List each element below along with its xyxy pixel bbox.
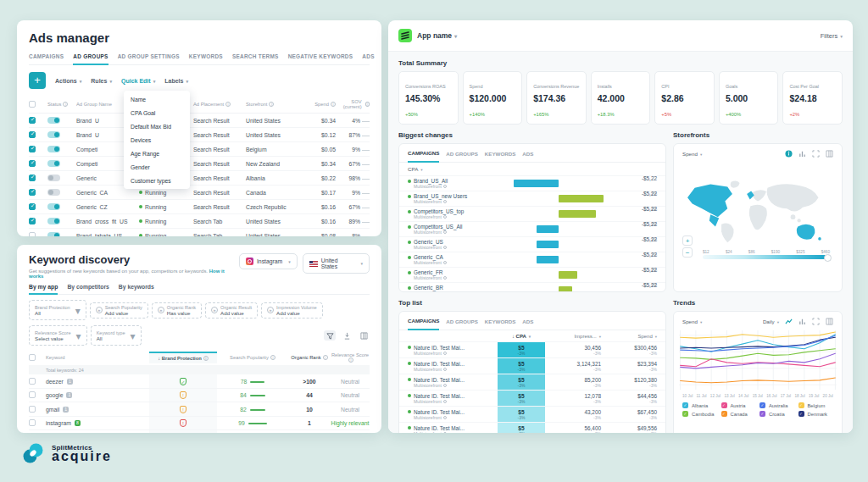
fullscreen-icon[interactable] — [812, 150, 820, 158]
status-toggle[interactable] — [47, 232, 60, 237]
status-toggle[interactable] — [47, 160, 60, 167]
legend-gradient-bar[interactable] — [703, 255, 830, 259]
ads-table-row[interactable]: Brand_tabata_US Running Search Tab Unite… — [29, 229, 370, 236]
legend-item[interactable]: Australia — [760, 402, 795, 408]
row-checkbox[interactable] — [29, 189, 36, 196]
keyword-table-row[interactable]: instagram8 99 1 Highly relevant — [29, 417, 370, 431]
impressions-column-header[interactable]: Impress... — [545, 334, 601, 339]
quick-edit-button[interactable]: Quick Edit — [121, 78, 155, 84]
info-icon[interactable] — [785, 150, 793, 158]
metric-select[interactable]: CPA — [408, 166, 423, 172]
status-toggle[interactable] — [47, 175, 60, 181]
ad-group-name[interactable]: Generic_CZ — [76, 204, 139, 210]
bar-chart-icon[interactable] — [798, 150, 806, 158]
keyword-discovery-tab[interactable]: By keywords — [119, 284, 154, 294]
add-button[interactable] — [29, 72, 46, 89]
quick-edit-menu-item[interactable]: Gender — [124, 160, 190, 174]
legend-item[interactable]: Denmark — [798, 411, 834, 417]
ads-table-row[interactable]: Generic_ Running Search Result Albania $… — [29, 171, 370, 186]
legend-item[interactable]: Cambodia — [682, 411, 718, 417]
ads-manager-tab[interactable]: NEGATIVE KEYWORDS — [288, 53, 353, 64]
ads-table-row[interactable]: Generic_CA Running Search Result Canada … — [29, 186, 370, 200]
top-list-row[interactable]: Nature ID. Test Mai... Multistorefront $… — [399, 406, 665, 422]
keyword-table-row[interactable]: gmail1 82 10 Neutral — [29, 402, 370, 417]
filter-chip[interactable]: Keyword typeAll — [91, 325, 142, 346]
biggest-changes-tab[interactable]: KEYWORDS — [485, 151, 515, 162]
top-list-row[interactable]: Nature ID. Test Mai... Multistorefront $… — [399, 390, 665, 406]
app-select[interactable]: Instagram — [239, 253, 298, 269]
legend-item[interactable]: Belgium — [798, 402, 834, 408]
ad-group-name[interactable]: Generic_CA — [76, 190, 139, 196]
filter-chip[interactable]: Brand ProtectionAll — [29, 300, 86, 320]
top-list-tab[interactable]: AD GROUPS — [446, 319, 477, 330]
filter-chip[interactable]: Search PopularityAdd value — [90, 302, 148, 319]
row-checkbox[interactable] — [29, 160, 36, 167]
ads-manager-tab[interactable]: ADS — [362, 53, 374, 64]
period-select[interactable]: Daily — [763, 319, 779, 324]
filter-chip[interactable]: Organic RankHas value — [152, 302, 202, 319]
grid-icon[interactable] — [826, 150, 833, 158]
ad-group-name[interactable]: Brand_tabata_US — [76, 233, 139, 237]
fullscreen-icon[interactable] — [812, 318, 820, 325]
actions-button[interactable]: Actions — [55, 78, 81, 84]
quick-edit-menu-item[interactable]: Age Range — [124, 147, 190, 160]
keyword-table-row[interactable]: google1 84 44 Neutral — [29, 389, 370, 403]
cpa-column-header[interactable]: CPA — [498, 334, 545, 339]
quick-edit-menu-item[interactable]: Customer types — [124, 174, 190, 187]
legend-item[interactable]: Canada — [721, 411, 757, 417]
quick-edit-menu-item[interactable]: CPA Goal — [124, 106, 190, 119]
ads-manager-tab[interactable]: AD GROUP SETTINGS — [118, 53, 180, 64]
row-checkbox[interactable] — [29, 131, 36, 138]
sort-column-header[interactable]: Brand Protection — [149, 352, 217, 363]
trends-chart-svg[interactable] — [674, 329, 842, 393]
filter-chip[interactable]: Organic ResultAdd value — [205, 302, 258, 319]
row-checkbox[interactable] — [29, 406, 36, 413]
keyword-table-row[interactable]: deezer1 78 >100 Neutral — [29, 374, 370, 389]
row-checkbox[interactable] — [29, 232, 36, 237]
spend-column-header[interactable]: Spend — [601, 334, 657, 339]
select-all-checkbox[interactable] — [29, 101, 36, 108]
row-checkbox[interactable] — [29, 203, 36, 210]
biggest-changes-tab[interactable]: ADS — [522, 151, 533, 162]
quick-edit-menu-item[interactable]: Devices — [124, 133, 190, 147]
row-checkbox[interactable] — [29, 175, 36, 181]
filter-chip[interactable]: Relevance ScoreSelect value — [29, 325, 87, 346]
zoom-in-button[interactable]: + — [682, 235, 693, 246]
top-list-tab[interactable]: ADS — [522, 319, 533, 330]
labels-button[interactable]: Labels — [164, 78, 188, 84]
top-list-row[interactable]: Nature ID. Test Mai... Multistorefront $… — [399, 357, 665, 374]
keyword-table-row[interactable]: snapchat1 100 3 Relevant — [29, 430, 370, 433]
status-toggle[interactable] — [47, 218, 60, 224]
row-checkbox[interactable] — [29, 117, 36, 124]
status-toggle[interactable] — [47, 189, 60, 196]
biggest-changes-tab[interactable]: AD GROUPS — [446, 151, 477, 162]
line-chart-icon[interactable] — [785, 318, 793, 325]
rules-button[interactable]: Rules — [91, 78, 112, 84]
status-toggle[interactable] — [47, 117, 60, 124]
zoom-out-button[interactable]: − — [682, 247, 693, 258]
select-all-checkbox[interactable] — [29, 354, 36, 361]
world-map[interactable]: + − $12$24$86$190$325$460 — [679, 161, 837, 261]
ads-table-row[interactable]: Brand_U Running Search Result United Sta… — [29, 128, 370, 142]
status-toggle[interactable] — [47, 131, 60, 138]
ads-manager-tab[interactable]: KEYWORDS — [189, 53, 223, 64]
ads-table-row[interactable]: Competi Paused Search Result New Zealand… — [29, 157, 370, 171]
grid-icon[interactable] — [826, 318, 833, 325]
ads-manager-tab[interactable]: SEARCH TERMS — [232, 53, 279, 64]
metric-select[interactable]: Spend — [682, 319, 702, 324]
ad-group-name[interactable]: Brand_cross_fit_US — [76, 219, 139, 224]
status-toggle[interactable] — [47, 203, 60, 210]
top-list-tab[interactable]: KEYWORDS — [485, 319, 515, 330]
columns-button[interactable] — [358, 330, 370, 341]
top-list-tab[interactable]: CAMPAIGNS — [408, 318, 439, 330]
row-checkbox[interactable] — [29, 146, 36, 152]
row-checkbox[interactable] — [29, 419, 36, 426]
biggest-changes-tab[interactable]: CAMPAIGNS — [408, 150, 439, 163]
app-name-select[interactable]: App name — [417, 31, 457, 40]
biggest-changes-row[interactable]: Generic_BR Multistorefront -$5,22-3% — [399, 282, 665, 292]
keyword-discovery-tab[interactable]: By my app — [29, 284, 58, 295]
ads-table-row[interactable]: Brand_cross_fit_US Running Search Tab Un… — [29, 214, 370, 229]
ads-table-row[interactable]: Competi Paused Search Result Belgium $0.… — [29, 142, 370, 157]
download-button[interactable] — [341, 330, 353, 341]
country-select[interactable]: United States — [303, 253, 370, 274]
